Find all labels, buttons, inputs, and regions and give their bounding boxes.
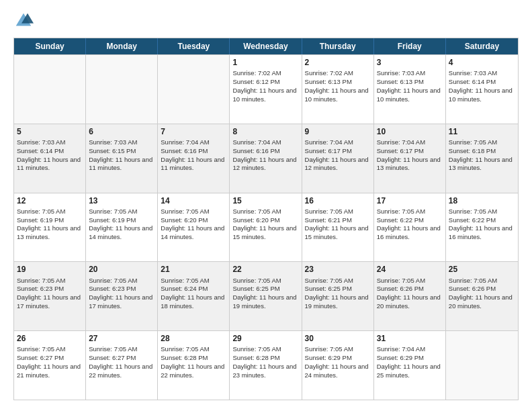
day-cell-18: 18Sunrise: 7:05 AM Sunset: 6:22 PM Dayli… (446, 193, 518, 262)
day-cell-3: 3Sunrise: 7:03 AM Sunset: 6:13 PM Daylig… (374, 55, 446, 124)
day-info: Sunrise: 7:05 AM Sunset: 6:23 PM Dayligh… (89, 277, 152, 310)
empty-cell (158, 55, 230, 124)
day-cell-16: 16Sunrise: 7:05 AM Sunset: 6:21 PM Dayli… (302, 193, 374, 262)
calendar-row-1: 1Sunrise: 7:02 AM Sunset: 6:12 PM Daylig… (14, 54, 518, 124)
day-number: 4 (449, 57, 515, 68)
day-number: 29 (232, 333, 298, 344)
day-info: Sunrise: 7:05 AM Sunset: 6:18 PM Dayligh… (449, 138, 513, 171)
day-info: Sunrise: 7:05 AM Sunset: 6:27 PM Dayligh… (17, 345, 81, 378)
day-info: Sunrise: 7:04 AM Sunset: 6:16 PM Dayligh… (232, 138, 296, 171)
day-number: 21 (161, 264, 226, 275)
day-cell-5: 5Sunrise: 7:03 AM Sunset: 6:14 PM Daylig… (14, 124, 86, 193)
day-info: Sunrise: 7:03 AM Sunset: 6:14 PM Dayligh… (449, 69, 513, 102)
day-info: Sunrise: 7:02 AM Sunset: 6:13 PM Dayligh… (305, 69, 369, 102)
day-number: 22 (232, 264, 298, 275)
day-info: Sunrise: 7:05 AM Sunset: 6:21 PM Dayligh… (305, 208, 369, 240)
calendar-row-5: 26Sunrise: 7:05 AM Sunset: 6:27 PM Dayli… (14, 330, 518, 400)
day-number: 24 (377, 264, 443, 275)
day-number: 10 (377, 126, 443, 137)
day-cell-21: 21Sunrise: 7:05 AM Sunset: 6:24 PM Dayli… (158, 262, 230, 330)
day-info: Sunrise: 7:05 AM Sunset: 6:24 PM Dayligh… (161, 277, 224, 310)
day-info: Sunrise: 7:05 AM Sunset: 6:26 PM Dayligh… (449, 277, 513, 310)
day-info: Sunrise: 7:05 AM Sunset: 6:22 PM Dayligh… (449, 208, 513, 240)
calendar-header-row: SundayMondayTuesdayWednesdayThursdayFrid… (14, 38, 518, 54)
day-number: 17 (377, 195, 443, 206)
day-info: Sunrise: 7:05 AM Sunset: 6:23 PM Dayligh… (17, 277, 81, 310)
calendar-row-3: 12Sunrise: 7:05 AM Sunset: 6:19 PM Dayli… (14, 193, 518, 262)
day-cell-13: 13Sunrise: 7:05 AM Sunset: 6:19 PM Dayli… (86, 193, 158, 262)
day-number: 27 (89, 333, 154, 344)
day-number: 5 (17, 126, 83, 137)
calendar-row-2: 5Sunrise: 7:03 AM Sunset: 6:14 PM Daylig… (14, 124, 518, 193)
day-cell-12: 12Sunrise: 7:05 AM Sunset: 6:19 PM Dayli… (14, 193, 86, 262)
day-number: 23 (305, 264, 371, 275)
day-cell-10: 10Sunrise: 7:04 AM Sunset: 6:17 PM Dayli… (374, 124, 446, 193)
calendar-row-4: 19Sunrise: 7:05 AM Sunset: 6:23 PM Dayli… (14, 261, 518, 330)
day-cell-7: 7Sunrise: 7:04 AM Sunset: 6:16 PM Daylig… (158, 124, 230, 193)
header-day-saturday: Saturday (446, 38, 518, 54)
day-cell-24: 24Sunrise: 7:05 AM Sunset: 6:26 PM Dayli… (374, 262, 446, 330)
day-number: 11 (449, 126, 515, 137)
day-cell-31: 31Sunrise: 7:04 AM Sunset: 6:29 PM Dayli… (374, 331, 446, 400)
day-info: Sunrise: 7:05 AM Sunset: 6:19 PM Dayligh… (17, 208, 81, 240)
day-cell-1: 1Sunrise: 7:02 AM Sunset: 6:12 PM Daylig… (230, 55, 302, 124)
day-number: 31 (377, 333, 443, 344)
day-number: 13 (89, 195, 154, 206)
header-day-thursday: Thursday (302, 38, 374, 54)
day-number: 14 (161, 195, 226, 206)
day-info: Sunrise: 7:03 AM Sunset: 6:14 PM Dayligh… (17, 138, 81, 171)
header-day-sunday: Sunday (14, 38, 86, 54)
day-number: 26 (17, 333, 83, 344)
day-cell-8: 8Sunrise: 7:04 AM Sunset: 6:16 PM Daylig… (230, 124, 302, 193)
day-info: Sunrise: 7:04 AM Sunset: 6:17 PM Dayligh… (377, 138, 441, 171)
day-info: Sunrise: 7:05 AM Sunset: 6:27 PM Dayligh… (89, 345, 152, 378)
empty-cell (86, 55, 158, 124)
day-number: 2 (305, 57, 371, 68)
day-number: 6 (89, 126, 154, 137)
header-day-monday: Monday (86, 38, 158, 54)
day-cell-27: 27Sunrise: 7:05 AM Sunset: 6:27 PM Dayli… (86, 331, 158, 400)
day-info: Sunrise: 7:05 AM Sunset: 6:25 PM Dayligh… (305, 277, 369, 310)
day-info: Sunrise: 7:05 AM Sunset: 6:19 PM Dayligh… (89, 208, 152, 240)
day-cell-2: 2Sunrise: 7:02 AM Sunset: 6:13 PM Daylig… (302, 55, 374, 124)
day-cell-25: 25Sunrise: 7:05 AM Sunset: 6:26 PM Dayli… (446, 262, 518, 330)
day-info: Sunrise: 7:05 AM Sunset: 6:20 PM Dayligh… (232, 208, 296, 240)
day-info: Sunrise: 7:04 AM Sunset: 6:29 PM Dayligh… (377, 345, 441, 378)
day-number: 30 (305, 333, 371, 344)
day-info: Sunrise: 7:05 AM Sunset: 6:29 PM Dayligh… (305, 345, 369, 378)
day-number: 9 (305, 126, 371, 137)
day-info: Sunrise: 7:04 AM Sunset: 6:17 PM Dayligh… (305, 138, 369, 171)
day-cell-29: 29Sunrise: 7:05 AM Sunset: 6:28 PM Dayli… (230, 331, 302, 400)
day-info: Sunrise: 7:04 AM Sunset: 6:16 PM Dayligh… (161, 138, 224, 171)
day-cell-11: 11Sunrise: 7:05 AM Sunset: 6:18 PM Dayli… (446, 124, 518, 193)
header-day-wednesday: Wednesday (230, 38, 302, 54)
day-info: Sunrise: 7:05 AM Sunset: 6:28 PM Dayligh… (161, 345, 224, 378)
day-info: Sunrise: 7:05 AM Sunset: 6:25 PM Dayligh… (232, 277, 296, 310)
day-info: Sunrise: 7:03 AM Sunset: 6:13 PM Dayligh… (377, 69, 441, 102)
day-cell-28: 28Sunrise: 7:05 AM Sunset: 6:28 PM Dayli… (158, 331, 230, 400)
header-day-friday: Friday (374, 38, 446, 54)
day-number: 12 (17, 195, 83, 206)
day-number: 8 (232, 126, 298, 137)
day-cell-22: 22Sunrise: 7:05 AM Sunset: 6:25 PM Dayli… (230, 262, 302, 330)
day-number: 20 (89, 264, 154, 275)
day-info: Sunrise: 7:05 AM Sunset: 6:26 PM Dayligh… (377, 277, 441, 310)
day-number: 16 (305, 195, 371, 206)
day-info: Sunrise: 7:05 AM Sunset: 6:28 PM Dayligh… (232, 345, 296, 378)
day-cell-17: 17Sunrise: 7:05 AM Sunset: 6:22 PM Dayli… (374, 193, 446, 262)
day-cell-6: 6Sunrise: 7:03 AM Sunset: 6:15 PM Daylig… (86, 124, 158, 193)
logo-icon (13, 11, 34, 31)
day-number: 1 (232, 57, 298, 68)
header (13, 11, 519, 31)
day-cell-30: 30Sunrise: 7:05 AM Sunset: 6:29 PM Dayli… (302, 331, 374, 400)
day-cell-15: 15Sunrise: 7:05 AM Sunset: 6:20 PM Dayli… (230, 193, 302, 262)
calendar-body: 1Sunrise: 7:02 AM Sunset: 6:12 PM Daylig… (14, 54, 518, 400)
day-cell-19: 19Sunrise: 7:05 AM Sunset: 6:23 PM Dayli… (14, 262, 86, 330)
logo (13, 11, 36, 31)
day-number: 19 (17, 264, 83, 275)
empty-cell (14, 55, 86, 124)
day-number: 28 (161, 333, 226, 344)
day-number: 7 (161, 126, 226, 137)
day-number: 18 (449, 195, 515, 206)
day-number: 3 (377, 57, 443, 68)
